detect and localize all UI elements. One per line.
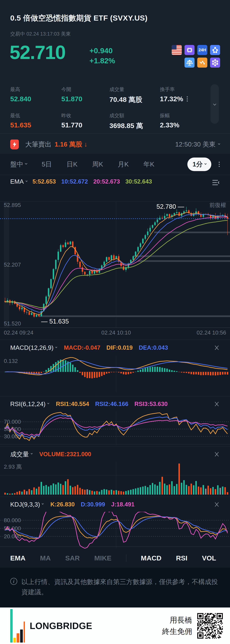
stats-grid: 最高52.840今開51.870成交量70.48 萬股換手率17.32%最低51…: [10, 86, 207, 130]
svg-text:51.520: 51.520: [4, 320, 21, 326]
more-icon[interactable]: [187, 98, 188, 100]
stat-value: 70.48 萬股: [109, 95, 160, 104]
stat-label: 今開: [61, 86, 109, 93]
tab-周K[interactable]: 周K: [92, 160, 103, 169]
disclaimer: i 以上行情、資訊及其他數據來自第三方數據源，僅供參考，不構成投資建議。: [0, 568, 230, 608]
tab-盤中[interactable]: 盤中: [10, 160, 27, 169]
svg-text:02.24 10:10: 02.24 10:10: [101, 330, 131, 336]
ema-legend-value: 10:52.672: [61, 178, 88, 185]
tab-月K[interactable]: 月K: [118, 160, 129, 169]
stat-label: 最低: [10, 112, 61, 119]
close-icon-vol[interactable]: [214, 451, 220, 457]
readout: RSI3:53.630: [135, 401, 168, 408]
indicator-tabbar: EMAMASARMIKEMACDRSIVOLKDJ: [0, 548, 230, 568]
close-icon-rsi[interactable]: [214, 401, 220, 407]
svg-text:52.780 —: 52.780 —: [157, 203, 184, 210]
footer-slogan: 用長橋 終生免佣: [162, 614, 192, 637]
svg-text:30.000: 30.000: [4, 433, 21, 440]
ema-legend[interactable]: EMA 5:52.65310:52.67220:52.67330:52.643: [10, 178, 220, 185]
stat-value: 52.840: [10, 95, 61, 103]
stat-value: 3698.85 萬: [109, 121, 160, 130]
ema-legend-name: EMA: [10, 178, 27, 185]
close-icon-kdj[interactable]: [214, 502, 220, 508]
ema-legend-value: 30:52.643: [125, 178, 152, 185]
stat-value: 51.870: [61, 95, 109, 103]
trend-icon[interactable]: [197, 58, 207, 68]
divider: [0, 133, 230, 134]
main-candlestick-chart[interactable]: 52.780 —— 51.63552.895前復權52.20751.52002.…: [0, 193, 230, 336]
stat-label: 成交量: [109, 86, 160, 93]
kdj-chart[interactable]: 80.00050.00020.000: [0, 512, 230, 548]
us-flag-icon: [172, 45, 182, 55]
change-percent: +1.82%: [89, 56, 115, 66]
ema-legend-value: 5:52.653: [33, 178, 56, 185]
stat-label: 換手率: [160, 86, 207, 93]
macd-chart[interactable]: 0.132: [0, 356, 230, 392]
volume-panel-header: 成交量VOLUME:2321.000: [0, 446, 230, 462]
last-price: 52.710: [10, 43, 65, 62]
tab-年K[interactable]: 年K: [143, 160, 154, 169]
stat-value: 2.33%: [160, 121, 207, 129]
indicator-tab-macd[interactable]: MACD: [141, 554, 162, 562]
readout: DIF:0.019: [106, 344, 133, 351]
hex-network-icon[interactable]: [210, 58, 220, 68]
svg-text:— 51.635: — 51.635: [41, 318, 69, 325]
readout: K:26.830: [50, 501, 75, 508]
stat-6: 成交額3698.85 萬: [109, 112, 160, 130]
tab-日K[interactable]: 日K: [67, 160, 77, 169]
readout: RSI1:40.554: [56, 401, 89, 408]
close-icon-macd[interactable]: [214, 345, 220, 351]
chart-module: 盤中5日日K周K月K年K1分 EMA 5:52.65310:52.67220:5…: [0, 154, 230, 568]
readout: MACD:-0.047: [64, 344, 100, 351]
stat-label: 最高: [10, 86, 61, 93]
stat-label: 昨收: [61, 112, 109, 119]
readout: D:30.999: [81, 501, 105, 508]
readout: DEA:0.043: [139, 344, 168, 351]
indicator-tab-rsi[interactable]: RSI: [176, 554, 187, 562]
indicator-tab-ema[interactable]: EMA: [10, 554, 26, 562]
rsi-panel-header: RSI(6,12,24)RSI1:40.554RSI2:46.166RSI3:5…: [0, 396, 230, 411]
period-tabbar: 盤中5日日K周K月K年K1分: [0, 154, 230, 175]
panel-name-vol[interactable]: 成交量: [10, 450, 32, 458]
app-screen: 0.5 倍做空恐慌指數期貨 ETF (SVXY.US) 交易中 02.24 13…: [0, 0, 230, 644]
alert-value: 1.16 萬股 ↓: [55, 140, 87, 149]
svg-text:80.000: 80.000: [4, 517, 21, 523]
panel-name-rsi[interactable]: RSI(6,12,24): [10, 400, 49, 408]
stat-1: 今開51.870: [61, 86, 109, 104]
big-order-alert[interactable]: 大筆賣出 1.16 萬股 ↓ 12:50:30 美東: [10, 135, 220, 154]
indicator-tab-ma[interactable]: MA: [40, 554, 51, 562]
indicator-settings-icon[interactable]: [211, 179, 220, 186]
macd-panel-header: MACD(12,26,9)MACD:-0.047DIF:0.019DEA:0.0…: [0, 340, 230, 356]
stats-expand-button[interactable]: [210, 84, 219, 124]
indicator-tab-mike[interactable]: MIKE: [94, 554, 111, 562]
readout: J:18.491: [111, 501, 135, 508]
stat-value: 17.32%: [160, 95, 207, 103]
svg-text:20.000: 20.000: [4, 533, 21, 540]
feature-badges: 24H: [172, 45, 220, 68]
ema-legend-value: 20:52.673: [93, 178, 120, 185]
panel-name-macd[interactable]: MACD(12,26,9): [10, 344, 57, 351]
trading-status: 交易中 02.24 13:17:03 美東: [10, 30, 71, 37]
tab-5日[interactable]: 5日: [42, 160, 52, 169]
panel-name-kdj[interactable]: KDJ(9,3,3): [10, 501, 43, 508]
more-options-icon[interactable]: [219, 164, 220, 165]
svg-text:0.132: 0.132: [4, 358, 18, 364]
scale-icon[interactable]: [184, 58, 194, 68]
page-title: 0.5 倍做空恐慌指數期貨 ETF (SVXY.US): [10, 13, 148, 23]
rsi-chart[interactable]: 70.00050.00030.000: [0, 411, 230, 446]
kdj-panel-header: KDJ(9,3,3)K:26.830D:30.999J:18.491: [0, 497, 230, 512]
svg-text:02.24 09:24: 02.24 09:24: [4, 330, 33, 336]
volume-chart[interactable]: 2.93 萬: [0, 462, 230, 496]
indicator-tab-sar[interactable]: SAR: [65, 554, 80, 562]
stat-5: 昨收51.770: [61, 112, 109, 130]
stat-label: 成交額: [109, 112, 160, 119]
molecule-icon[interactable]: [210, 45, 220, 55]
indicator-tab-vol[interactable]: VOL: [202, 554, 216, 562]
loop-icon[interactable]: [184, 45, 194, 55]
interval-pill[interactable]: 1分: [187, 158, 211, 171]
24h-trading-icon[interactable]: 24H: [197, 45, 207, 55]
stat-7: 振幅2.33%: [160, 112, 207, 130]
alert-time[interactable]: 12:50:30 美東: [175, 140, 220, 149]
stat-3: 換手率17.32%: [160, 86, 207, 104]
longbridge-logo-icon: [10, 609, 25, 642]
